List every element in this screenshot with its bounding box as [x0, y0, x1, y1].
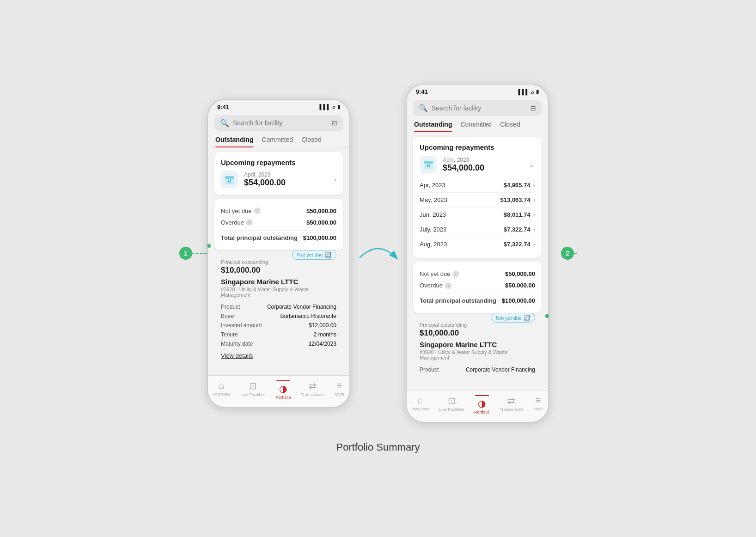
month-row-3[interactable]: July, 2023 $7,322.74 › [420, 222, 535, 237]
view-details-link-1[interactable]: View details [221, 352, 253, 359]
nav-overview-2[interactable]: ⌂ Overview [412, 395, 429, 415]
facility-sub-1: #3920 · Utility & Water Supply & Waste M… [221, 287, 336, 298]
upcoming-title-1: Upcoming repayments [221, 159, 336, 166]
detail-product-2: Product Corporate Vendor Financing [420, 365, 535, 374]
upcoming-title-2: Upcoming repayments [420, 143, 535, 151]
repayment-row-1[interactable]: April, 2023 $54,000.00 › [221, 171, 336, 189]
month-row-1[interactable]: May, 2023 $13,063.74 › [420, 193, 535, 207]
annotation-2: 2 [561, 247, 574, 260]
facility-section-2: Principal outstanding $10,000.00 Not yet… [413, 317, 542, 380]
summary-total-1: Total principal outstanding $100,000.00 [221, 230, 336, 244]
status-bar-1: 9:41 ▌▌▌ ⌕ ▮ [208, 100, 349, 112]
facility-section-1: Principal outstanding $10,000.00 Not yet… [214, 254, 343, 365]
portfolio-icon-2: ◑ [478, 398, 486, 409]
tab-closed-1[interactable]: Closed [301, 136, 322, 147]
repayment-month-1: April, 2023 [244, 171, 329, 178]
month-row-4[interactable]: Aug, 2023 $7,322.74 › [420, 237, 535, 251]
nav-overview-1[interactable]: ⌂ Overview [213, 380, 231, 400]
status-icons-1: ▌▌▌ ⌕ ▮ [320, 104, 340, 110]
signal-icon-2: ▌▌▌ [518, 89, 529, 95]
detail-product-1: Product Corporate Vendor Financing [221, 302, 336, 311]
search-input-2[interactable] [432, 104, 527, 112]
search-bar-2[interactable]: 🔍 ⊟ [413, 100, 542, 116]
info-icon-nyd-2[interactable]: i [453, 271, 459, 277]
signal-icon: ▌▌▌ [320, 104, 330, 110]
principal-label-1: Principal outstanding [221, 259, 268, 265]
summary-overdue-2: Overdue i $50,000.00 [420, 280, 535, 291]
status-bar-2: 9:41 ▌▌▌ ⌕ ▮ [407, 85, 548, 97]
chevron-r-3: › [533, 226, 535, 233]
filter-icon-1[interactable]: ⊟ [332, 119, 337, 127]
summary-overdue-1: Overdue i $50,000.00 [221, 217, 336, 228]
refresh-icon-1: 🔄 [325, 252, 331, 258]
overdue-amount-1: $50,000.00 [306, 219, 336, 226]
chevron-r-1: › [533, 196, 535, 203]
nav-transactions-2[interactable]: ⇄ Transactions [500, 395, 523, 415]
nav-label-live-2: Live Facilities [439, 407, 464, 412]
search-bar-1[interactable]: 🔍 ⊟ [214, 115, 343, 131]
repayment-info-1: April, 2023 $54,000.00 [244, 171, 329, 188]
nav-label-overview-2: Overview [412, 407, 429, 411]
portfolio-icon-1: ◑ [279, 383, 287, 394]
nav-live-2[interactable]: ⊡ Live Facilities [439, 395, 464, 415]
month-row-2[interactable]: Jun, 2023 $8,011.74 › [420, 207, 535, 222]
filter-icon-2[interactable]: ⊟ [530, 104, 536, 112]
principal-label-2: Principal outstanding [420, 322, 467, 328]
bottom-nav-2: ⌂ Overview ⊡ Live Facilities ◑ Portfolio… [407, 390, 548, 422]
repayment-amount-1: $54,000.00 [244, 178, 329, 188]
battery-icon-2: ▮ [536, 89, 539, 95]
calendar-icon-1 [221, 171, 238, 189]
info-icon-nyd-1[interactable]: i [254, 207, 261, 214]
chevron-r-2: › [533, 211, 535, 218]
facility-sub-2: #3920 · Utility & Water Supply & Waste M… [420, 349, 535, 360]
summary-card-1: Not yet due i $50,000.00 Overdue i $50,0… [214, 199, 343, 250]
phone-2-frame: 9:41 ▌▌▌ ⌕ ▮ 🔍 ⊟ Outstanding [406, 84, 549, 423]
nav-portfolio-1[interactable]: ◑ Portfolio [275, 380, 291, 400]
nav-portfolio-2[interactable]: ◑ Portfolio [474, 395, 489, 415]
tab-committed-2[interactable]: Committed [460, 121, 492, 132]
tab-committed-1[interactable]: Committed [262, 136, 293, 147]
repayment-month-2: April, 2023 [443, 157, 523, 163]
nav-live-1[interactable]: ⊡ Live Facilities [240, 380, 265, 400]
chevron-down-2[interactable]: ⌄ [528, 159, 535, 170]
main-container: 1 9:41 ▌▌▌ ⌕ ▮ 🔍 [189, 65, 567, 472]
more-icon-1: ≡ [337, 380, 342, 391]
phone-1-frame: 9:41 ▌▌▌ ⌕ ▮ 🔍 ⊟ Outstanding [207, 99, 350, 408]
info-icon-od-2[interactable]: i [445, 282, 451, 289]
tabs-row-1: Outstanding Committed Closed [208, 134, 349, 147]
tab-closed-2[interactable]: Closed [500, 121, 520, 132]
calendar-icon-2 [420, 156, 437, 173]
refresh-icon-2: 🔄 [524, 315, 530, 321]
info-icon-od-1[interactable]: i [246, 219, 253, 226]
facility-name-1: Singapore Marine LTTC [221, 278, 336, 286]
search-icon-1: 🔍 [220, 119, 229, 128]
detail-maturity-1: Maturity date 12/04/2023 [221, 339, 336, 348]
chevron-r-0: › [533, 182, 535, 189]
tabs-row-2: Outstanding Committed Closed [407, 119, 548, 132]
month-rows-2: Apr, 2023 $4,965.74 › May, 2023 $13,063.… [420, 178, 535, 251]
overdue-amount-2: $50,000.00 [505, 282, 535, 289]
not-yet-due-amount-2: $50,000.00 [505, 270, 535, 277]
curved-arrow [355, 235, 401, 272]
repayment-row-2[interactable]: April, 2023 $54,000.00 ⌄ [420, 156, 535, 173]
nav-label-tx-1: Transactions [301, 392, 324, 397]
upcoming-card-2: Upcoming repayments [413, 137, 542, 258]
month-row-0[interactable]: Apr, 2023 $4,965.74 › [420, 178, 535, 193]
nav-label-more-1: More [335, 392, 344, 397]
principal-amount-2: $10,000.00 [420, 329, 467, 338]
live-icon-1: ⊡ [249, 380, 257, 391]
chevron-right-1[interactable]: › [334, 176, 336, 184]
nav-more-1[interactable]: ≡ More [335, 380, 344, 400]
nyd-badge-1: Not yet due 🔄 [292, 250, 336, 260]
nav-transactions-1[interactable]: ⇄ Transactions [301, 380, 324, 400]
nyd-badge-2: Not yet due 🔄 [491, 313, 535, 323]
tab-outstanding-1[interactable]: Outstanding [215, 136, 253, 147]
nav-more-2[interactable]: ≡ More [533, 395, 543, 415]
live-icon-2: ⊡ [448, 395, 456, 406]
phone-2-content: Upcoming repayments [407, 132, 548, 387]
tab-outstanding-2[interactable]: Outstanding [414, 121, 452, 132]
nav-label-portfolio-1: Portfolio [275, 395, 291, 400]
search-input-1[interactable] [233, 119, 328, 127]
nav-label-tx-2: Transactions [500, 407, 523, 412]
detail-invested-1: Invested amount $12,000.00 [221, 321, 336, 330]
